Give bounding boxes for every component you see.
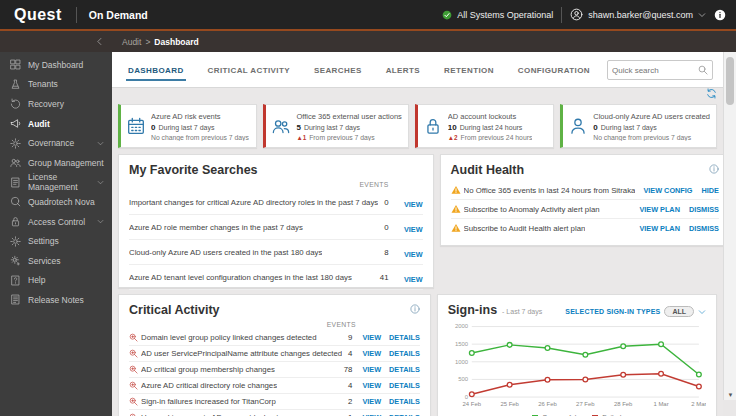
tab-dashboard[interactable]: DASHBOARD: [116, 52, 196, 87]
view-link[interactable]: VIEW: [362, 381, 381, 390]
tab-searches[interactable]: SEARCHES: [302, 52, 374, 87]
scrollbar-thumb[interactable]: [726, 57, 734, 105]
details-link[interactable]: DETAILS: [389, 365, 420, 374]
sidebar-item-label: Release Notes: [28, 295, 84, 305]
view-link[interactable]: VIEW: [362, 397, 381, 406]
sidebar-item-group-management[interactable]: Group Management: [0, 153, 112, 173]
tab-retention[interactable]: RETENTION: [432, 52, 506, 87]
sidebar-item-settings[interactable]: Settings: [0, 231, 112, 251]
sidebar-item-my-dashboard[interactable]: My Dashboard: [0, 55, 112, 75]
tab-critical-activity[interactable]: CRITICAL ACTIVITY: [196, 52, 302, 87]
product-name: On Demand: [77, 9, 160, 21]
sidebar-item-recovery[interactable]: Recovery: [0, 94, 112, 114]
row-actions: VIEW: [397, 268, 423, 286]
sidebar-item-tenants[interactable]: Tenants: [0, 75, 112, 95]
dismiss-link[interactable]: DISMISS: [689, 224, 719, 233]
sidebar-item-label: Audit: [28, 119, 50, 129]
info-icon[interactable]: [714, 9, 726, 21]
view-config-link[interactable]: VIEW CONFIG: [643, 186, 692, 195]
sidebar-item-quadrotech-nova[interactable]: Quadrotech Nova: [0, 192, 112, 212]
events-column-header: EVENTS: [360, 181, 389, 188]
chevron-down-icon[interactable]: [698, 308, 706, 316]
info-icon[interactable]: [410, 304, 420, 314]
sidebar-item-governance[interactable]: Governance: [0, 133, 112, 153]
tenants-icon: [10, 79, 21, 90]
favorite-search-row: Cloud-only Azure AD users created in the…: [129, 239, 423, 264]
health-message: No Office 365 events in last 24 hours fr…: [464, 186, 636, 195]
metric-value-line: 10During last 24 hours: [448, 123, 533, 132]
critical-search-icon: [129, 365, 141, 374]
sidebar-item-license-management[interactable]: License Management: [0, 173, 112, 193]
critical-search-icon: [129, 397, 141, 406]
view-link[interactable]: VIEW: [362, 349, 381, 358]
details-link[interactable]: DETAILS: [389, 397, 420, 406]
vertical-scrollbar[interactable]: ▼: [723, 52, 736, 400]
row-actions: VIEWDETAILS: [362, 333, 419, 342]
metric-card-text: Office 365 external user actions5During …: [296, 112, 401, 141]
chevron-down-icon: [97, 179, 104, 186]
activity-label: Sign-in failures increased for TitanCorp: [141, 397, 276, 406]
details-link[interactable]: DETAILS: [389, 333, 420, 342]
svg-text:1500: 1500: [455, 341, 469, 347]
sidebar-item-audit[interactable]: Audit: [0, 114, 112, 134]
metric-title: Office 365 external user actions: [296, 112, 401, 121]
metric-title: Cloud-only Azure AD users created: [593, 112, 710, 121]
sidebar-item-access-control[interactable]: Access Control: [0, 212, 112, 232]
view-link[interactable]: VIEW: [404, 200, 423, 209]
metric-card-text: Cloud-only Azure AD users created0During…: [593, 112, 710, 141]
events-count: 8: [378, 248, 388, 257]
view-plan-link[interactable]: VIEW PLAN: [639, 224, 680, 233]
breadcrumb-parent[interactable]: Audit: [122, 37, 141, 47]
view-link[interactable]: VIEW: [362, 365, 381, 374]
main-content: DASHBOARDCRITICAL ACTIVITYSEARCHESALERTS…: [112, 52, 723, 416]
warning-icon: [451, 185, 464, 195]
sign-in-types-value[interactable]: ALL: [664, 306, 694, 317]
tab-configuration[interactable]: CONFIGURATION: [506, 52, 602, 87]
change-up-arrow-icon: ▲1: [296, 134, 306, 141]
search-label: Azure AD role member changes in the past…: [129, 223, 303, 232]
search-icon[interactable]: [698, 65, 712, 75]
search-input[interactable]: [608, 66, 698, 75]
sidebar-item-label: Settings: [28, 236, 59, 246]
sidebar-item-release-notes[interactable]: Release Notes: [0, 290, 112, 310]
services-icon: [10, 255, 21, 266]
warning-icon: [451, 223, 464, 233]
svg-text:2000: 2000: [455, 323, 469, 329]
scrollbar-down-arrow[interactable]: ▼: [724, 390, 736, 400]
view-link[interactable]: VIEW: [404, 225, 423, 234]
warning-icon: [451, 204, 464, 214]
refresh-icon[interactable]: [706, 88, 717, 102]
help-icon: [10, 275, 21, 286]
lock-icon: [424, 117, 442, 135]
info-icon[interactable]: [709, 164, 719, 174]
details-link[interactable]: DETAILS: [389, 381, 420, 390]
check-circle-icon: [442, 10, 452, 20]
sidebar-item-services[interactable]: Services: [0, 251, 112, 271]
quest-logo[interactable]: Quest: [0, 6, 76, 24]
details-link[interactable]: DETAILS: [389, 349, 420, 358]
quick-search: [607, 60, 713, 80]
view-link[interactable]: VIEW: [404, 275, 423, 284]
favorite-search-row: Important changes for critical Azure AD …: [129, 190, 423, 214]
view-link[interactable]: VIEW: [362, 333, 381, 342]
sidebar-collapse-button[interactable]: [0, 37, 112, 46]
view-link[interactable]: VIEW: [404, 250, 423, 259]
hide-link[interactable]: HIDE: [702, 186, 719, 195]
system-status[interactable]: All Systems Operational: [442, 10, 553, 20]
favorite-search-row: Azure AD tenant level configuration chan…: [129, 264, 423, 289]
activity-label: Azure AD critical directory role changes: [141, 381, 277, 390]
sidebar-item-help[interactable]: Help: [0, 271, 112, 291]
metric-value: 0: [593, 123, 597, 132]
view-plan-link[interactable]: VIEW PLAN: [639, 205, 680, 214]
svg-text:0: 0: [465, 394, 469, 400]
svg-text:500: 500: [458, 376, 469, 382]
sign-ins-title: Sign-ins: [448, 303, 497, 317]
dismiss-link[interactable]: DISMISS: [689, 205, 719, 214]
critical-search-icon: [129, 349, 141, 358]
topbar-divider: [561, 7, 562, 23]
metric-value-line: 5During last 7 days: [296, 123, 401, 132]
user-menu[interactable]: shawn.barker@quest.com: [570, 8, 706, 21]
sidebar-item-label: Recovery: [28, 99, 64, 109]
chevron-down-icon: [97, 218, 104, 225]
tab-alerts[interactable]: ALERTS: [374, 52, 432, 87]
